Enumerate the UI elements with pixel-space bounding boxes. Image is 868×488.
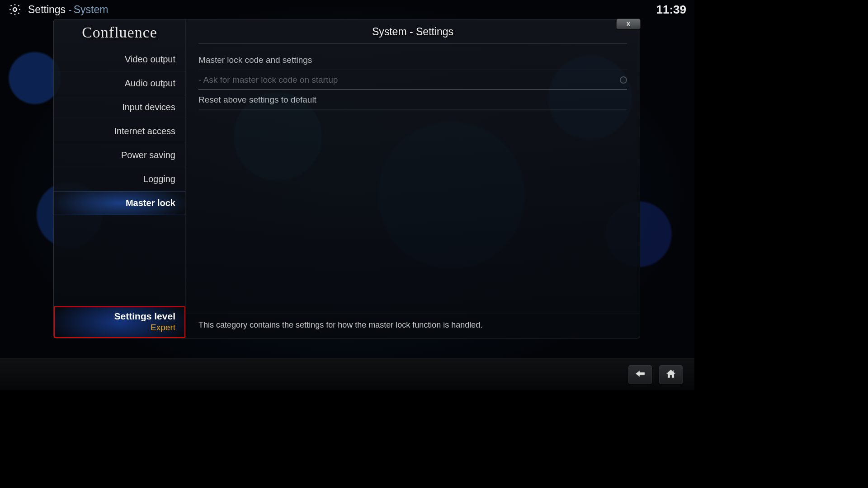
sidebar-item-audio-output[interactable]: Audio output	[54, 71, 185, 95]
sidebar-item-logging[interactable]: Logging	[54, 167, 185, 191]
setting-row-label: Reset above settings to default	[198, 95, 316, 105]
clock: 11:39	[656, 3, 687, 17]
sidebar-item-video-output[interactable]: Video output	[54, 47, 185, 71]
top-bar: Settings - System 11:39	[0, 0, 694, 19]
content-pane: System - Settings Master lock code and s…	[186, 19, 640, 338]
home-icon	[665, 369, 677, 380]
skin-logo: Confluence	[54, 21, 185, 47]
toggle-icon	[620, 76, 627, 84]
pane-title: System - Settings	[198, 19, 627, 44]
sidebar-item-master-lock[interactable]: Master lock	[54, 191, 185, 215]
sidebar-item-internet-access[interactable]: Internet access	[54, 119, 185, 143]
home-button[interactable]	[659, 365, 683, 384]
breadcrumb-sub: System	[74, 4, 108, 16]
breadcrumb-separator: -	[68, 4, 72, 16]
bottom-bar	[0, 358, 694, 390]
settings-level-button[interactable]: Settings level Expert	[54, 306, 185, 338]
setting-row-label: - Ask for master lock code on startup	[198, 75, 338, 85]
back-button[interactable]	[628, 365, 652, 384]
sidebar-item-label: Power saving	[121, 150, 175, 160]
sidebar-item-label: Master lock	[126, 198, 175, 208]
setting-row-label: Master lock code and settings	[198, 55, 312, 65]
settings-level-value: Expert	[64, 323, 175, 333]
setting-row-reset-above-settings-to-default[interactable]: Reset above settings to default	[198, 90, 627, 110]
settings-level-title: Settings level	[64, 311, 175, 322]
setting-row-ask-for-master-lock-code-on-startup: - Ask for master lock code on startup	[198, 70, 627, 90]
sidebar: Confluence Video outputAudio outputInput…	[54, 19, 186, 338]
sidebar-item-label: Logging	[143, 174, 175, 184]
category-description: This category contains the settings for …	[186, 314, 640, 338]
sidebar-item-label: Input devices	[122, 102, 175, 113]
sidebar-item-power-saving[interactable]: Power saving	[54, 143, 185, 167]
arrow-left-icon	[634, 369, 646, 380]
sidebar-item-input-devices[interactable]: Input devices	[54, 95, 185, 119]
sidebar-item-label: Audio output	[125, 78, 175, 89]
close-button[interactable]: X	[616, 19, 641, 29]
settings-window: X Confluence Video outputAudio outputInp…	[53, 19, 640, 338]
breadcrumb-main: Settings	[28, 4, 66, 16]
sidebar-item-label: Video output	[125, 54, 175, 65]
svg-point-0	[13, 8, 17, 11]
gear-icon	[8, 3, 22, 16]
sidebar-item-label: Internet access	[114, 126, 175, 136]
setting-row-master-lock-code-and-settings[interactable]: Master lock code and settings	[198, 50, 627, 70]
close-icon: X	[626, 20, 630, 28]
